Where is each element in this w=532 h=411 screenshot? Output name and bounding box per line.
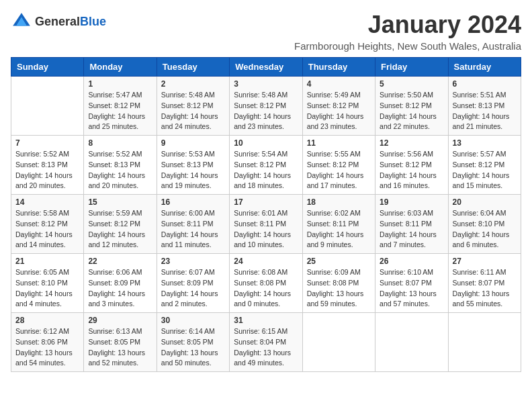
day-info: Sunrise: 5:50 AMSunset: 8:12 PMDaylight:… (380, 90, 443, 132)
day-of-week-header: Tuesday (157, 58, 229, 77)
calendar-day-cell: 2Sunrise: 5:48 AMSunset: 8:12 PMDaylight… (157, 77, 229, 136)
calendar-day-cell: 16Sunrise: 6:00 AMSunset: 8:11 PMDayligh… (157, 195, 229, 254)
day-number: 28 (15, 316, 79, 325)
day-number: 16 (161, 197, 225, 207)
day-info: Sunrise: 6:00 AMSunset: 8:11 PMDaylight:… (161, 208, 225, 250)
logo-text-general: General (35, 15, 80, 28)
day-info: Sunrise: 5:53 AMSunset: 8:13 PMDaylight:… (161, 149, 225, 191)
day-number: 3 (234, 79, 298, 89)
day-number: 14 (15, 197, 79, 207)
day-info: Sunrise: 5:51 AMSunset: 8:13 PMDaylight:… (453, 90, 517, 132)
calendar-body: 1Sunrise: 5:47 AMSunset: 8:12 PMDaylight… (11, 77, 521, 372)
calendar-day-cell: 17Sunrise: 6:01 AMSunset: 8:11 PMDayligh… (230, 195, 302, 254)
day-number: 11 (307, 138, 371, 148)
day-number: 10 (234, 138, 298, 148)
day-of-week-header: Thursday (302, 58, 375, 77)
day-of-week-header: Wednesday (230, 58, 302, 77)
logo: GeneralBlue (11, 11, 106, 32)
day-number: 5 (380, 79, 443, 89)
day-info: Sunrise: 6:14 AMSunset: 8:05 PMDaylight:… (161, 326, 225, 369)
day-info: Sunrise: 6:02 AMSunset: 8:11 PMDaylight:… (307, 208, 371, 250)
calendar-day-cell: 24Sunrise: 6:08 AMSunset: 8:08 PMDayligh… (230, 254, 302, 313)
calendar-day-cell: 1Sunrise: 5:47 AMSunset: 8:12 PMDaylight… (84, 77, 157, 136)
day-number: 1 (88, 79, 152, 89)
day-number: 30 (161, 316, 225, 325)
day-info: Sunrise: 6:11 AMSunset: 8:07 PMDaylight:… (453, 267, 517, 310)
day-of-week-header: Monday (84, 58, 157, 77)
calendar-day-cell: 12Sunrise: 5:56 AMSunset: 8:12 PMDayligh… (375, 136, 448, 195)
day-info: Sunrise: 5:48 AMSunset: 8:12 PMDaylight:… (234, 90, 298, 132)
calendar-week-row: 1Sunrise: 5:47 AMSunset: 8:12 PMDaylight… (11, 77, 521, 136)
day-info: Sunrise: 6:04 AMSunset: 8:10 PMDaylight:… (453, 208, 517, 250)
day-number: 18 (307, 197, 371, 207)
calendar-day-cell: 5Sunrise: 5:50 AMSunset: 8:12 PMDaylight… (375, 77, 448, 136)
day-info: Sunrise: 5:52 AMSunset: 8:13 PMDaylight:… (15, 149, 79, 191)
day-number: 13 (453, 138, 517, 148)
calendar-day-cell (448, 313, 521, 372)
day-info: Sunrise: 5:54 AMSunset: 8:12 PMDaylight:… (234, 149, 298, 191)
day-info: Sunrise: 6:13 AMSunset: 8:05 PMDaylight:… (88, 326, 152, 369)
day-info: Sunrise: 5:56 AMSunset: 8:12 PMDaylight:… (380, 149, 443, 191)
day-number: 12 (380, 138, 443, 148)
day-of-week-header: Sunday (11, 58, 84, 77)
day-info: Sunrise: 6:01 AMSunset: 8:11 PMDaylight:… (234, 208, 298, 250)
day-info: Sunrise: 6:07 AMSunset: 8:09 PMDaylight:… (161, 267, 225, 310)
calendar-header-row: SundayMondayTuesdayWednesdayThursdayFrid… (11, 58, 521, 77)
calendar-week-row: 21Sunrise: 6:05 AMSunset: 8:10 PMDayligh… (11, 254, 521, 313)
calendar-day-cell (375, 313, 448, 372)
day-info: Sunrise: 5:59 AMSunset: 8:12 PMDaylight:… (88, 208, 152, 250)
day-info: Sunrise: 6:03 AMSunset: 8:11 PMDaylight:… (380, 208, 443, 250)
day-number: 7 (15, 138, 79, 148)
location-title: Farmborough Heights, New South Wales, Au… (294, 40, 521, 52)
page-header: GeneralBlue January 2024 Farmborough Hei… (11, 11, 521, 52)
day-info: Sunrise: 6:08 AMSunset: 8:08 PMDaylight:… (234, 267, 298, 310)
day-number: 19 (380, 197, 443, 207)
day-info: Sunrise: 6:09 AMSunset: 8:08 PMDaylight:… (307, 267, 371, 310)
calendar-day-cell (302, 313, 375, 372)
day-info: Sunrise: 5:55 AMSunset: 8:12 PMDaylight:… (307, 149, 371, 191)
calendar-table: SundayMondayTuesdayWednesdayThursdayFrid… (11, 57, 521, 372)
calendar-day-cell: 29Sunrise: 6:13 AMSunset: 8:05 PMDayligh… (84, 313, 157, 372)
title-block: January 2024 Farmborough Heights, New So… (294, 11, 521, 52)
calendar-day-cell: 26Sunrise: 6:10 AMSunset: 8:07 PMDayligh… (375, 254, 448, 313)
day-number: 29 (88, 316, 152, 325)
day-info: Sunrise: 6:05 AMSunset: 8:10 PMDaylight:… (15, 267, 79, 310)
day-number: 22 (88, 257, 152, 266)
day-number: 20 (453, 197, 517, 207)
day-number: 23 (161, 257, 225, 266)
day-info: Sunrise: 5:48 AMSunset: 8:12 PMDaylight:… (161, 90, 225, 132)
calendar-day-cell: 14Sunrise: 5:58 AMSunset: 8:12 PMDayligh… (11, 195, 84, 254)
day-number: 2 (161, 79, 225, 89)
day-info: Sunrise: 6:10 AMSunset: 8:07 PMDaylight:… (380, 267, 443, 310)
day-number: 26 (380, 257, 443, 266)
day-of-week-header: Friday (375, 58, 448, 77)
calendar-day-cell: 6Sunrise: 5:51 AMSunset: 8:13 PMDaylight… (448, 77, 521, 136)
day-number: 6 (453, 79, 517, 89)
day-number: 17 (234, 197, 298, 207)
day-info: Sunrise: 5:57 AMSunset: 8:12 PMDaylight:… (453, 149, 517, 191)
day-number: 8 (88, 138, 152, 148)
day-info: Sunrise: 6:12 AMSunset: 8:06 PMDaylight:… (15, 326, 79, 369)
day-of-week-header: Saturday (448, 58, 521, 77)
calendar-day-cell: 21Sunrise: 6:05 AMSunset: 8:10 PMDayligh… (11, 254, 84, 313)
day-info: Sunrise: 5:52 AMSunset: 8:13 PMDaylight:… (88, 149, 152, 191)
calendar-day-cell: 28Sunrise: 6:12 AMSunset: 8:06 PMDayligh… (11, 313, 84, 372)
day-number: 15 (88, 197, 152, 207)
calendar-day-cell: 30Sunrise: 6:14 AMSunset: 8:05 PMDayligh… (157, 313, 229, 372)
calendar-day-cell (11, 77, 84, 136)
calendar-week-row: 28Sunrise: 6:12 AMSunset: 8:06 PMDayligh… (11, 313, 521, 372)
logo-text-blue: Blue (80, 15, 106, 28)
day-info: Sunrise: 6:15 AMSunset: 8:04 PMDaylight:… (234, 326, 298, 369)
calendar-day-cell: 13Sunrise: 5:57 AMSunset: 8:12 PMDayligh… (448, 136, 521, 195)
calendar-day-cell: 19Sunrise: 6:03 AMSunset: 8:11 PMDayligh… (375, 195, 448, 254)
day-number: 4 (307, 79, 371, 89)
calendar-day-cell: 10Sunrise: 5:54 AMSunset: 8:12 PMDayligh… (230, 136, 302, 195)
month-title: January 2024 (294, 11, 521, 39)
calendar-day-cell: 18Sunrise: 6:02 AMSunset: 8:11 PMDayligh… (302, 195, 375, 254)
calendar-day-cell: 27Sunrise: 6:11 AMSunset: 8:07 PMDayligh… (448, 254, 521, 313)
day-number: 31 (234, 316, 298, 325)
calendar-day-cell: 7Sunrise: 5:52 AMSunset: 8:13 PMDaylight… (11, 136, 84, 195)
calendar-day-cell: 23Sunrise: 6:07 AMSunset: 8:09 PMDayligh… (157, 254, 229, 313)
calendar-day-cell: 3Sunrise: 5:48 AMSunset: 8:12 PMDaylight… (230, 77, 302, 136)
calendar-week-row: 7Sunrise: 5:52 AMSunset: 8:13 PMDaylight… (11, 136, 521, 195)
